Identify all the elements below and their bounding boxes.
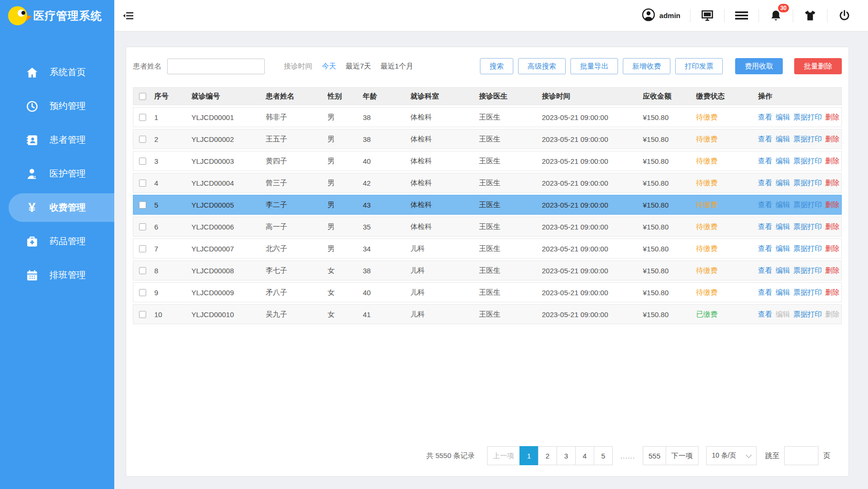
table-row[interactable]: 3YLJCD00003黄四子男40体检科王医生2023-05-21 09:00:… [133,151,842,171]
edit-link[interactable]: 编辑 [776,222,790,230]
sidebar-item-billing[interactable]: ¥收费管理 [9,193,114,222]
edit-link[interactable]: 编辑 [776,200,790,209]
time-filter-option[interactable]: 最近7天 [346,62,371,71]
jump-page-input[interactable] [784,446,818,465]
page-button-2[interactable]: 2 [538,446,557,465]
table-row[interactable]: 9YLJCD00009矛八子女40儿科王医生2023-05-21 09:00:0… [133,282,842,302]
sidebar-item-appointment[interactable]: 预约管理 [9,92,114,120]
table-row[interactable]: 8YLJCD00008李七子女38儿科王医生2023-05-21 09:00:0… [133,260,842,280]
edit-link[interactable]: 编辑 [776,179,790,187]
view-link[interactable]: 查看 [758,113,772,121]
edit-link[interactable]: 编辑 [776,244,790,252]
view-link[interactable]: 查看 [758,288,772,296]
collapse-sidebar-icon[interactable] [120,8,137,23]
view-link[interactable]: 查看 [758,135,772,143]
sidebar-item-patient[interactable]: 患者管理 [9,126,114,154]
cell-amount: ¥150.80 [643,157,696,165]
cell-actions: 查看编辑票据打印删除 [758,135,841,144]
delete-link[interactable]: 删除 [825,222,839,230]
search-button[interactable]: 搜索 [480,58,513,74]
print-receipt-link[interactable]: 票据打印 [793,113,822,121]
tshirt-icon[interactable] [793,9,827,22]
delete-link[interactable]: 删除 [825,179,839,187]
view-link[interactable]: 查看 [758,244,772,252]
sidebar-item-medicine[interactable]: 药品管理 [9,227,114,256]
prev-page-button[interactable]: 上一项 [487,446,520,465]
sidebar-item-staff[interactable]: 医护管理 [9,160,114,188]
batch-export-button[interactable]: 批量导出 [570,58,618,74]
sidebar-item-schedule[interactable]: 排班管理 [9,261,114,289]
print-receipt-link[interactable]: 票据打印 [793,310,822,318]
row-checkbox[interactable] [139,311,146,318]
view-link[interactable]: 查看 [758,310,772,318]
time-filter-option[interactable]: 最近1个月 [380,62,413,71]
user-menu[interactable]: admin [632,8,690,23]
delete-link[interactable]: 删除 [825,244,839,252]
print-receipt-link[interactable]: 票据打印 [793,157,822,165]
monitor-icon[interactable] [690,9,724,22]
row-checkbox[interactable] [139,180,146,187]
edit-link[interactable]: 编辑 [776,135,790,143]
row-checkbox[interactable] [139,201,146,209]
menu-icon[interactable] [725,9,758,22]
new-charge-button[interactable]: 新增收费 [623,58,670,74]
cell-status: 待缴费 [696,222,758,231]
table-row[interactable]: 6YLJCD00006高一子男35体检科王医生2023-05-21 09:00:… [133,217,842,237]
table-row[interactable]: 5YLJCD00005李二子男43体检科王医生2023-05-21 09:00:… [133,195,842,215]
page-button-5[interactable]: 5 [594,446,613,465]
row-checkbox[interactable] [139,136,146,143]
table-row[interactable]: 10YLJCD00010吴九子女41儿科王医生2023-05-21 09:00:… [133,304,842,324]
table-row[interactable]: 4YLJCD00004曾三子男42体检科王医生2023-05-21 09:00:… [133,173,842,193]
time-filter-option[interactable]: 今天 [322,62,336,71]
delete-link[interactable]: 删除 [825,288,839,296]
delete-link[interactable]: 删除 [825,113,839,121]
table-row[interactable]: 2YLJCD00002王五子男38体检科王医生2023-05-21 09:00:… [133,129,842,149]
cell-patient-name: 黄四子 [266,157,328,166]
print-receipt-link[interactable]: 票据打印 [793,288,822,296]
cell-visit-id: YLJCD00010 [191,310,266,319]
row-checkbox[interactable] [139,223,146,230]
print-receipt-link[interactable]: 票据打印 [793,135,822,143]
edit-link[interactable]: 编辑 [776,157,790,165]
row-checkbox[interactable] [139,267,146,274]
row-checkbox[interactable] [139,114,146,121]
toolbar: 搜索高级搜索批量导出新增收费打印发票费用收取批量删除 [475,58,842,74]
view-link[interactable]: 查看 [758,222,772,230]
bell-icon[interactable]: 30 [759,9,793,22]
delete-link[interactable]: 删除 [825,135,839,143]
print-invoice-button[interactable]: 打印发票 [675,58,723,74]
print-receipt-link[interactable]: 票据打印 [793,266,822,274]
fee-collect-button[interactable]: 费用收取 [735,58,783,74]
print-receipt-link[interactable]: 票据打印 [793,244,822,252]
batch-delete-button[interactable]: 批量删除 [794,58,842,74]
edit-link[interactable]: 编辑 [776,113,790,121]
advanced-search-button[interactable]: 高级搜索 [518,58,566,74]
table-row[interactable]: 7YLJCD00007北六子男34儿科王医生2023-05-21 09:00:0… [133,239,842,259]
delete-link[interactable]: 删除 [825,157,839,165]
row-checkbox[interactable] [139,245,146,252]
print-receipt-link[interactable]: 票据打印 [793,179,822,187]
select-all-checkbox[interactable] [139,93,146,100]
delete-link[interactable]: 删除 [825,266,839,274]
view-link[interactable]: 查看 [758,200,772,209]
page-button-3[interactable]: 3 [557,446,576,465]
page-button-555[interactable]: 555 [643,446,666,465]
view-link[interactable]: 查看 [758,157,772,165]
patient-name-input[interactable] [167,59,265,74]
page-button-4[interactable]: 4 [575,446,594,465]
table-row[interactable]: 1YLJCD00001韩非子男38体检科王医生2023-05-21 09:00:… [133,107,842,127]
page-size-select[interactable]: 10 条/页 [706,446,757,465]
row-checkbox[interactable] [139,158,146,165]
delete-link[interactable]: 删除 [825,200,839,209]
view-link[interactable]: 查看 [758,266,772,274]
row-checkbox[interactable] [139,289,146,296]
next-page-button[interactable]: 下一项 [666,446,698,465]
power-icon[interactable] [828,9,861,22]
edit-link[interactable]: 编辑 [776,288,790,296]
view-link[interactable]: 查看 [758,179,772,187]
page-button-1[interactable]: 1 [519,446,539,465]
print-receipt-link[interactable]: 票据打印 [793,200,822,209]
sidebar-item-home[interactable]: 系统首页 [9,58,114,87]
print-receipt-link[interactable]: 票据打印 [793,222,822,230]
edit-link[interactable]: 编辑 [776,266,790,274]
